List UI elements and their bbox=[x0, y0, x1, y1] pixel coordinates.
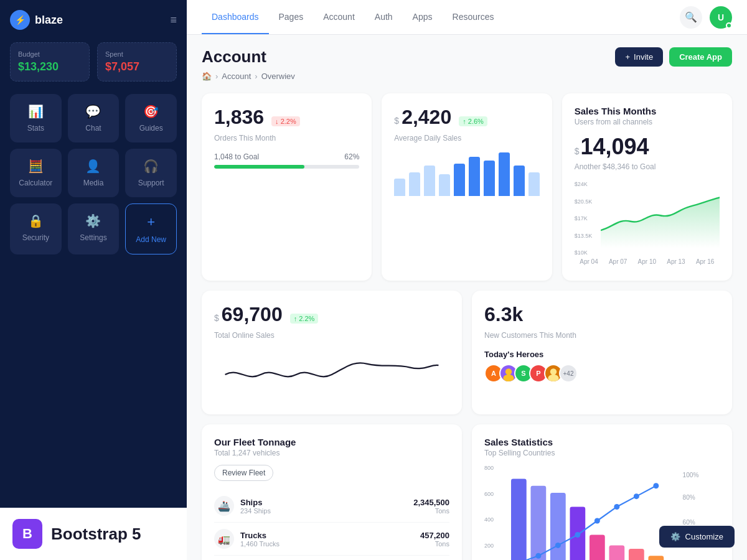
new-customers-label: New Customers This Month bbox=[484, 331, 720, 340]
orders-progress-pct: 62% bbox=[344, 152, 359, 161]
breadcrumb-account[interactable]: Account bbox=[222, 72, 251, 81]
chat-icon: 💬 bbox=[85, 104, 101, 119]
media-icon: 👤 bbox=[85, 159, 101, 174]
ships-icon: 🚢 bbox=[214, 496, 234, 516]
online-sales-prefix: $ bbox=[214, 313, 219, 323]
page-header: Account + Invite Create App bbox=[202, 47, 732, 67]
svg-point-14 bbox=[555, 543, 561, 548]
sidebar-item-security[interactable]: 🔒 Security bbox=[10, 203, 62, 254]
sidebar-item-chat[interactable]: 💬 Chat bbox=[68, 94, 120, 142]
sidebar-item-settings[interactable]: ⚙️ Settings bbox=[68, 203, 120, 254]
daily-sales-label: Average Daily Sales bbox=[394, 134, 539, 142]
stats-label: Stats bbox=[27, 124, 44, 133]
sales-month-value: 14,094 bbox=[580, 134, 649, 160]
nav-resources[interactable]: Resources bbox=[443, 1, 504, 34]
sales-month-prefix: $ bbox=[575, 146, 580, 156]
online-sales-label: Total Online Sales bbox=[214, 331, 449, 340]
online-sales-card: $ 69,700 ↑ 2.2% Total Online Sales bbox=[202, 291, 462, 414]
add-new-label: Add New bbox=[136, 235, 166, 244]
x-label-2: Apr 07 bbox=[609, 258, 627, 265]
svg-point-1 bbox=[503, 375, 514, 382]
sidebar-item-calculator[interactable]: 🧮 Calculator bbox=[10, 149, 62, 197]
orders-value: 1,836 bbox=[214, 106, 264, 129]
fleet-subtitle: Total 1,247 vehicles bbox=[214, 449, 449, 457]
sidebar-item-media[interactable]: 👤 Media bbox=[68, 149, 120, 197]
bar-1 bbox=[394, 179, 405, 196]
top-nav: Dashboards Pages Account Auth Apps Resou… bbox=[187, 0, 747, 35]
settings-icon: ⚙️ bbox=[85, 213, 101, 228]
calculator-icon: 🧮 bbox=[28, 159, 44, 174]
second-stats-row: $ 69,700 ↑ 2.2% Total Online Sales 6.3k … bbox=[202, 291, 732, 414]
x-label-4: Apr 13 bbox=[667, 258, 685, 265]
support-icon: 🎧 bbox=[143, 159, 159, 174]
sales-prefix: $ bbox=[394, 116, 399, 126]
sidebar-header: ⚡ blaze ≡ bbox=[10, 10, 177, 30]
bar-9 bbox=[514, 166, 525, 196]
main-content: Dashboards Pages Account Auth Apps Resou… bbox=[187, 0, 747, 560]
x-label-5: Apr 16 bbox=[696, 258, 714, 265]
spent-value: $7,057 bbox=[105, 60, 169, 73]
search-button[interactable]: 🔍 bbox=[680, 6, 702, 29]
hero-count: +42 bbox=[559, 364, 578, 383]
svg-text:100%: 100% bbox=[683, 472, 699, 478]
trucks-count: 1,460 Trucks bbox=[240, 540, 280, 548]
spent-card: Spent $7,057 bbox=[97, 42, 177, 82]
svg-point-3 bbox=[548, 375, 558, 382]
sales-month-title: Sales This Months bbox=[575, 106, 720, 116]
sales-line-chart: $24K $20.5K $17K $13.5K $10K bbox=[575, 181, 720, 268]
customize-label: Customize bbox=[685, 532, 723, 541]
fleet-row-planes: ✈️ Planes 8 Aircrafts 1,240 Tons bbox=[214, 556, 449, 560]
trucks-name: Trucks bbox=[240, 531, 280, 540]
new-customers-value: 6.3k bbox=[484, 303, 523, 326]
fleet-title: Our Fleet Tonnage bbox=[214, 437, 449, 447]
breadcrumb-current: Overwiev bbox=[261, 72, 295, 81]
sidebar-item-support[interactable]: 🎧 Support bbox=[125, 149, 177, 197]
fleet-row-ships: 🚢 Ships 234 Ships 2,345,500 Tons bbox=[214, 490, 449, 523]
bar-4 bbox=[439, 174, 450, 196]
sales-stats-title: Sales Statistics bbox=[484, 437, 720, 447]
online-sales-badge: ↑ 2.2% bbox=[290, 314, 319, 324]
online-dot bbox=[726, 22, 732, 29]
security-label: Security bbox=[22, 233, 49, 242]
sidebar-item-stats[interactable]: 📊 Stats bbox=[10, 94, 62, 142]
trucks-value: 457,200 bbox=[420, 531, 449, 540]
sidebar-item-guides[interactable]: 🎯 Guides bbox=[125, 94, 177, 142]
daily-sales-badge: ↑ 2.6% bbox=[459, 116, 487, 126]
security-icon: 🔒 bbox=[28, 213, 44, 228]
budget-row: Budget $13,230 Spent $7,057 bbox=[10, 42, 177, 82]
page-actions: + Invite Create App bbox=[615, 47, 732, 67]
svg-point-13 bbox=[535, 553, 541, 559]
bar-3 bbox=[424, 166, 435, 196]
svg-point-18 bbox=[634, 493, 639, 499]
svg-rect-11 bbox=[649, 556, 664, 560]
heroes-avatars: A S P +42 bbox=[484, 364, 720, 383]
daily-sales-card: $ 2,420 ↑ 2.6% Average Daily Sales bbox=[382, 93, 552, 281]
review-fleet-button[interactable]: Review Fleet bbox=[214, 465, 273, 481]
online-sales-value: 69,700 bbox=[222, 303, 283, 326]
orders-progress-fill bbox=[214, 165, 304, 169]
invite-button[interactable]: + Invite bbox=[615, 47, 663, 67]
bar-6 bbox=[469, 157, 480, 196]
nav-dashboards[interactable]: Dashboards bbox=[202, 1, 269, 34]
nav-pages[interactable]: Pages bbox=[269, 1, 314, 34]
bootstrap-icon: B bbox=[12, 519, 42, 549]
sidebar-item-add-new[interactable]: + Add New bbox=[125, 203, 177, 254]
svg-rect-10 bbox=[629, 549, 644, 560]
new-customers-card: 6.3k New Customers This Month Today's He… bbox=[472, 291, 732, 414]
daily-sales-chart bbox=[394, 152, 539, 196]
nav-apps[interactable]: Apps bbox=[403, 1, 443, 34]
create-app-button[interactable]: Create App bbox=[669, 47, 732, 67]
menu-icon[interactable]: ≡ bbox=[170, 14, 177, 27]
customize-button[interactable]: ⚙️ Customize bbox=[659, 526, 735, 548]
ships-count: 234 Ships bbox=[240, 507, 271, 515]
user-avatar[interactable]: U bbox=[710, 6, 732, 29]
nav-account[interactable]: Account bbox=[313, 1, 365, 34]
orders-label: Orders This Month bbox=[214, 134, 359, 142]
nav-auth[interactable]: Auth bbox=[365, 1, 403, 34]
svg-point-16 bbox=[594, 518, 600, 524]
home-icon[interactable]: 🏠 bbox=[202, 72, 212, 81]
budget-card: Budget $13,230 bbox=[10, 42, 90, 82]
sales-svg bbox=[601, 181, 720, 256]
svg-rect-5 bbox=[531, 486, 547, 560]
ships-name: Ships bbox=[240, 498, 271, 507]
